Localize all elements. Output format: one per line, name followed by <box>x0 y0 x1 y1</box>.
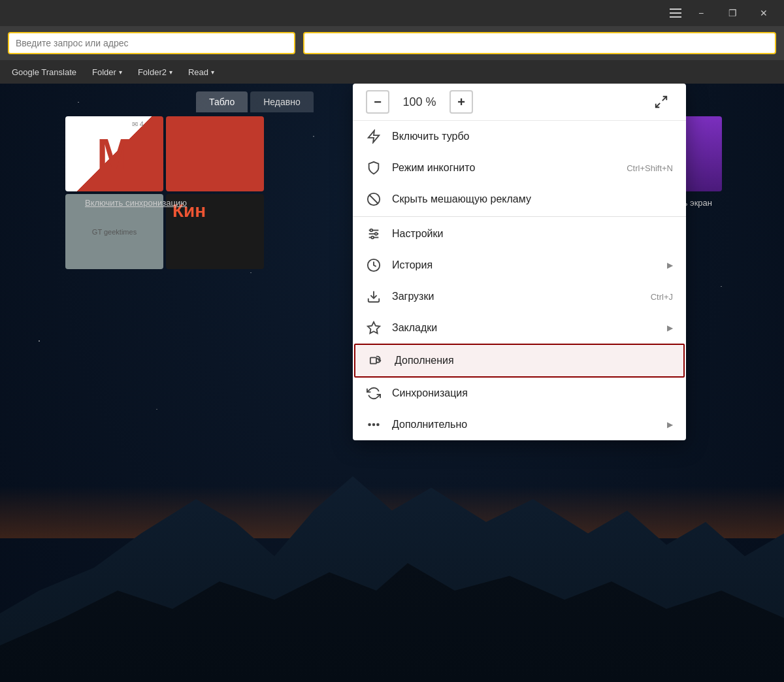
thumbnail-gmail[interactable]: ✉ 4 M <box>65 116 163 191</box>
hamburger-menu[interactable] <box>664 3 687 23</box>
svg-rect-13 <box>370 357 376 363</box>
sync-icon <box>366 385 382 401</box>
menu-item-addons[interactable]: Дополнения <box>354 344 685 378</box>
bookmark-folder2[interactable]: Folder2 ▾ <box>131 63 179 80</box>
menu-item-history[interactable]: История ▶ <box>353 250 686 281</box>
content-area: Табло Недавно ✉ 4 M GT geektimes Кин Вкл… <box>0 84 784 682</box>
fullscreen-button[interactable] <box>649 90 673 114</box>
bookmarks-bar: Google Translate Folder ▾ Folder2 ▾ Read… <box>0 60 784 84</box>
addons-icon <box>368 353 384 368</box>
address-bar[interactable] <box>8 32 295 54</box>
zoom-row: − 100 % + <box>353 84 686 121</box>
incognito-shortcut: Ctrl+Shift+N <box>627 163 673 173</box>
svg-point-7 <box>370 229 373 232</box>
title-bar-controls: − ❐ ✕ <box>686 3 779 23</box>
menu-label-addons: Дополнения <box>395 355 670 366</box>
gmail-icon: M <box>97 130 131 178</box>
svg-line-3 <box>370 195 378 204</box>
arrow-right-icon-bookmarks: ▶ <box>667 323 673 333</box>
address-input[interactable] <box>16 38 287 48</box>
dropdown-menu: − 100 % + <box>353 84 686 440</box>
menu-item-downloads[interactable]: Загрузки Ctrl+J <box>353 281 686 312</box>
settings-icon <box>366 226 382 242</box>
menu-label-bookmarks: Закладки <box>392 322 651 334</box>
svg-line-1 <box>656 103 660 107</box>
svg-point-8 <box>375 233 378 235</box>
sync-link[interactable]: Включить синхронизацию <box>85 198 187 208</box>
minimize-button[interactable]: − <box>686 3 716 23</box>
menu-item-adblock[interactable]: Скрыть мешающую рекламу <box>353 184 686 215</box>
bookmark-label: Read <box>188 67 208 77</box>
menu-label-settings: Настройки <box>392 228 673 240</box>
bookmarks-icon <box>366 320 382 336</box>
tab-recent[interactable]: Недавно <box>250 91 314 112</box>
downloads-icon <box>366 289 382 304</box>
bookmark-label: Folder <box>92 67 116 77</box>
tab-tablo[interactable]: Табло <box>196 91 248 112</box>
svg-point-9 <box>371 236 374 239</box>
svg-point-14 <box>368 424 370 426</box>
menu-item-sync[interactable]: Синхронизация <box>353 378 686 409</box>
menu-item-incognito[interactable]: Режим инкогнито Ctrl+Shift+N <box>353 152 686 184</box>
toolbar <box>0 26 784 60</box>
close-button[interactable]: ✕ <box>749 3 779 23</box>
zoom-in-button[interactable]: + <box>449 90 473 114</box>
fullscreen-icon <box>654 95 668 109</box>
bookmark-label: Google Translate <box>12 67 76 77</box>
bookmark-folder[interactable]: Folder ▾ <box>86 63 129 80</box>
title-bar: − ❐ ✕ <box>0 0 784 26</box>
mail-badge: ✉ 4 <box>132 120 144 129</box>
arrow-right-icon: ▶ <box>667 261 673 270</box>
address-bar-right <box>303 32 776 54</box>
bookmark-google-translate[interactable]: Google Translate <box>5 63 83 80</box>
menu-label-downloads: Загрузки <box>392 291 640 302</box>
svg-point-16 <box>377 424 379 426</box>
adblock-icon <box>366 191 382 207</box>
thumbnail-grid: ✉ 4 M GT geektimes Кин <box>65 116 264 269</box>
menu-item-bookmarks[interactable]: Закладки ▶ <box>353 312 686 344</box>
menu-label-adblock: Скрыть мешающую рекламу <box>392 193 673 205</box>
zoom-out-button[interactable]: − <box>366 90 389 114</box>
browser-window: − ❐ ✕ Google Translate Folder ▾ Folder2 … <box>0 0 784 682</box>
menu-label-history: История <box>392 259 651 271</box>
menu-label-more: Дополнительно <box>392 419 651 430</box>
menu-item-turbo[interactable]: Включить турбо <box>353 121 686 152</box>
chevron-down-icon: ▾ <box>119 69 122 76</box>
history-icon <box>366 257 382 273</box>
menu-label-sync: Синхронизация <box>392 387 673 399</box>
svg-point-15 <box>373 424 375 426</box>
svg-marker-12 <box>368 322 380 333</box>
menu-label-turbo: Включить турбо <box>392 131 673 142</box>
bookmark-read[interactable]: Read ▾ <box>182 63 221 80</box>
bookmark-label: Folder2 <box>138 67 167 77</box>
hamburger-line-1 <box>670 8 681 10</box>
menu-item-more[interactable]: Дополнительно ▶ <box>353 409 686 440</box>
divider-1 <box>353 216 686 217</box>
arrow-right-icon-more: ▶ <box>667 420 673 429</box>
menu-label-incognito: Режим инкогнито <box>392 162 616 174</box>
hamburger-line-2 <box>670 12 681 14</box>
hamburger-line-3 <box>670 16 681 18</box>
incognito-icon <box>366 160 382 176</box>
svg-line-0 <box>662 97 666 101</box>
chevron-down-icon: ▾ <box>169 69 172 76</box>
thumbnail-red[interactable] <box>166 116 264 191</box>
geektimes-label: GT geektimes <box>92 228 137 236</box>
more-icon <box>366 417 382 432</box>
chevron-down-icon: ▾ <box>211 69 214 76</box>
menu-item-settings[interactable]: Настройки <box>353 218 686 250</box>
restore-button[interactable]: ❐ <box>717 3 747 23</box>
downloads-shortcut: Ctrl+J <box>651 292 673 302</box>
zoom-value: 100 % <box>400 95 439 109</box>
turbo-icon <box>366 129 382 144</box>
